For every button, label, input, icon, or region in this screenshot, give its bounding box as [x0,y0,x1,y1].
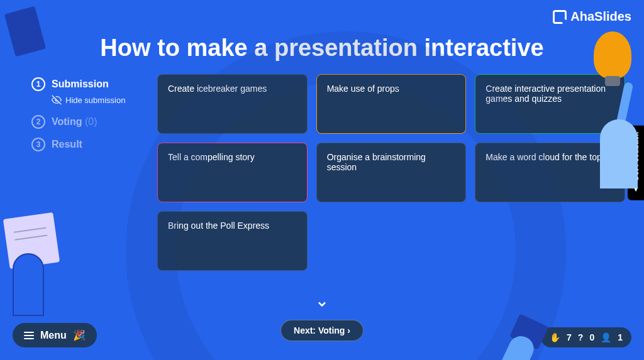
hide-label: Hide submission [65,95,125,105]
step-label: Submission [52,79,109,90]
eye-off-icon [52,95,62,105]
chevron-down-icon[interactable] [316,298,328,313]
step-number: 2 [31,115,45,129]
brand-logo: AhaSlides [553,9,631,24]
hide-submission-toggle[interactable]: Hide submission [52,95,138,105]
step-label: Result [52,139,82,150]
menu-button[interactable]: Menu 🎉 [13,323,97,347]
menu-label: Menu [40,330,67,341]
status-bar: ✋7 ?0 👤1 [541,327,631,347]
card[interactable]: Create icebreaker games [157,74,308,134]
card[interactable]: Make use of props [316,74,467,134]
card[interactable]: Organise a brainstorming session [316,143,467,202]
question-icon: ? [578,332,584,342]
page-title: How to make a presentation interactive [0,35,644,62]
card[interactable]: Bring out the Poll Express [157,211,308,271]
step-submission[interactable]: 1 Submission [31,77,138,91]
step-result[interactable]: 3 Result [31,138,138,151]
submission-cards: Create icebreaker games Make use of prop… [157,74,625,271]
confetti-icon: 🎉 [73,329,86,341]
hamburger-icon [24,332,34,339]
illustration-hand-right [569,63,644,188]
next-voting-button[interactable]: Next: Voting › [280,320,364,341]
brand-name: AhaSlides [570,9,631,24]
participants-icon: 👤 [601,332,611,342]
logo-icon [553,10,567,24]
illustration-hand-bottom [482,308,555,360]
participants-count: 1 [618,332,623,342]
step-number: 3 [31,138,45,151]
hands-count: 7 [567,332,572,342]
questions-count: 0 [589,332,594,342]
step-number: 1 [31,77,45,91]
step-label: Voting [52,116,82,127]
card[interactable]: Tell a compelling story [157,143,308,202]
illustration-hand-left [0,215,63,316]
voting-count: (0) [85,116,97,127]
step-voting[interactable]: 2 Voting (0) [31,115,138,129]
